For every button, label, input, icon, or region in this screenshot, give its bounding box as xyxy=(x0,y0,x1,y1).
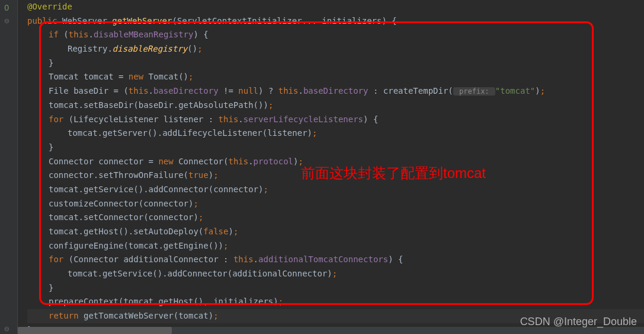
keyword: new xyxy=(129,72,143,81)
code-line: } xyxy=(27,281,644,295)
brace: } xyxy=(49,283,53,292)
fold-icon[interactable]: ⊖ xyxy=(4,14,9,28)
code-text: tomcat.setConnector(connector) xyxy=(49,212,198,222)
code-line: tomcat.getService().addConnector(additio… xyxy=(27,267,644,281)
keyword: null xyxy=(238,86,258,96)
code-line: } xyxy=(27,56,644,71)
param-hint-inlay: prefix: xyxy=(453,87,495,96)
code-line: for (LifecycleListener listener : this.s… xyxy=(27,113,644,127)
keyword-this: this xyxy=(219,114,239,124)
code-line: tomcat.getServer().addLifecycleListener(… xyxy=(27,126,644,141)
semicolon: ; xyxy=(213,170,218,180)
semicolon: ; xyxy=(312,128,317,138)
code-line: Registry.disableRegistry(); xyxy=(27,42,644,56)
code-line: if (this.disableMBeanRegistry) { xyxy=(27,28,644,42)
code-text: customizeConnector(connector) xyxy=(49,199,193,208)
punct: ) { xyxy=(193,30,208,39)
semicolon: ; xyxy=(213,311,218,320)
code-line: tomcat.getService().addConnector(connect… xyxy=(27,183,644,197)
scrollbar-thumb[interactable] xyxy=(18,327,172,334)
keyword: false xyxy=(203,227,228,236)
semicolon: ; xyxy=(197,44,202,53)
semicolon: ; xyxy=(332,269,337,278)
keyword-this: this xyxy=(69,30,89,39)
string-literal: "tomcat" xyxy=(495,86,535,96)
code-text: tomcat.setBaseDir(baseDir.getAbsolutePat… xyxy=(49,100,268,110)
code-text: ) { xyxy=(388,255,403,264)
code-text: Connector connector = xyxy=(49,157,158,166)
code-line: File baseDir = (this.baseDirectory != nu… xyxy=(27,84,644,98)
code-text: Connector( xyxy=(174,157,229,166)
fold-icon[interactable]: ⊖ xyxy=(4,322,9,334)
code-text: connector.setThrowOnFailure( xyxy=(49,170,188,180)
code-text: Registry. xyxy=(68,44,113,53)
code-line: tomcat.setBaseDir(baseDir.getAbsolutePat… xyxy=(27,98,644,113)
code-text: Tomcat() xyxy=(143,72,188,81)
code-line: public WebServer getWebServer(ServletCon… xyxy=(27,14,644,28)
semicolon: ; xyxy=(540,86,545,96)
keyword: public xyxy=(27,16,57,26)
keyword-this: this xyxy=(278,86,299,96)
code-line: Tomcat tomcat = new Tomcat(); xyxy=(27,70,644,84)
punct: . xyxy=(88,30,93,39)
type-text: WebServer xyxy=(62,16,107,26)
code-text: tomcat.getService().addConnector(additio… xyxy=(68,269,332,278)
code-text: (Connector additionalConnector : xyxy=(63,255,233,264)
punct: . xyxy=(248,157,253,166)
keyword: return xyxy=(49,311,79,320)
field-ref: additionalTomcatConnectors xyxy=(258,255,388,264)
code-text: getTomcatWebServer(tomcat) xyxy=(79,311,214,320)
editor-gutter: O ⊖ ⊖ xyxy=(0,0,18,334)
code-line: @Override xyxy=(27,0,644,14)
code-text: tomcat.getHost().setAutoDeploy( xyxy=(49,227,203,236)
code-text: Tomcat tomcat = xyxy=(49,72,129,81)
keyword: for xyxy=(49,255,63,264)
semicolon: ; xyxy=(268,100,273,110)
horizontal-scrollbar[interactable] xyxy=(18,327,644,334)
code-line: tomcat.setConnector(connector); xyxy=(27,211,644,225)
code-text: () xyxy=(187,44,197,53)
code-editor[interactable]: @Override public WebServer getWebServer(… xyxy=(18,0,644,334)
code-text: prepareContext(tomcat.getHost(), initial… xyxy=(49,297,278,306)
code-text: tomcat.getServer().addLifecycleListener(… xyxy=(68,128,312,138)
code-text: tomcat.getService().addConnector(connect… xyxy=(49,185,263,194)
code-line: customizeConnector(connector); xyxy=(27,197,644,211)
code-line: tomcat.getHost().setAutoDeploy(false); xyxy=(27,225,644,239)
code-text: ) xyxy=(209,170,213,180)
code-text: != xyxy=(219,86,239,96)
semicolon: ; xyxy=(298,157,303,166)
code-line: } xyxy=(27,141,644,155)
code-text: : createTempDir( xyxy=(368,86,453,96)
code-line: configureEngine(tomcat.getEngine()); xyxy=(27,239,644,253)
semicolon: ; xyxy=(233,227,238,236)
field-ref: protocol xyxy=(254,157,293,166)
keyword: if xyxy=(49,30,59,39)
punct: . xyxy=(149,86,153,96)
punct: . xyxy=(238,114,243,124)
brace: } xyxy=(49,58,53,68)
punct: ( xyxy=(59,30,69,39)
field-ref: disableMBeanRegistry xyxy=(94,30,194,39)
semicolon: ; xyxy=(263,185,268,194)
semicolon: ; xyxy=(193,199,198,208)
punct: . xyxy=(298,86,303,96)
semicolon: ; xyxy=(223,241,228,250)
field-ref: serverLifecycleListeners xyxy=(243,114,363,124)
override-marker-icon[interactable]: O xyxy=(4,1,9,15)
code-line: for (Connector additionalConnector : thi… xyxy=(27,253,644,267)
punct: . xyxy=(254,255,258,264)
code-text: ) ? xyxy=(258,86,278,96)
field-ref: baseDirectory xyxy=(303,86,369,96)
code-line-current: return getTomcatWebServer(tomcat); xyxy=(27,309,644,323)
keyword: new xyxy=(158,157,173,166)
semicolon: ; xyxy=(188,72,193,81)
code-text: ) xyxy=(535,86,540,96)
code-line: prepareContext(tomcat.getHost(), initial… xyxy=(27,295,644,309)
code-text: ) xyxy=(228,227,233,236)
code-line: connector.setThrowOnFailure(true); xyxy=(27,168,644,183)
field-ref: baseDirectory xyxy=(153,86,219,96)
function-name: getWebServer xyxy=(112,16,172,26)
keyword: true xyxy=(188,170,209,180)
brace: } xyxy=(49,142,53,152)
static-call: disableRegistry xyxy=(113,44,187,53)
